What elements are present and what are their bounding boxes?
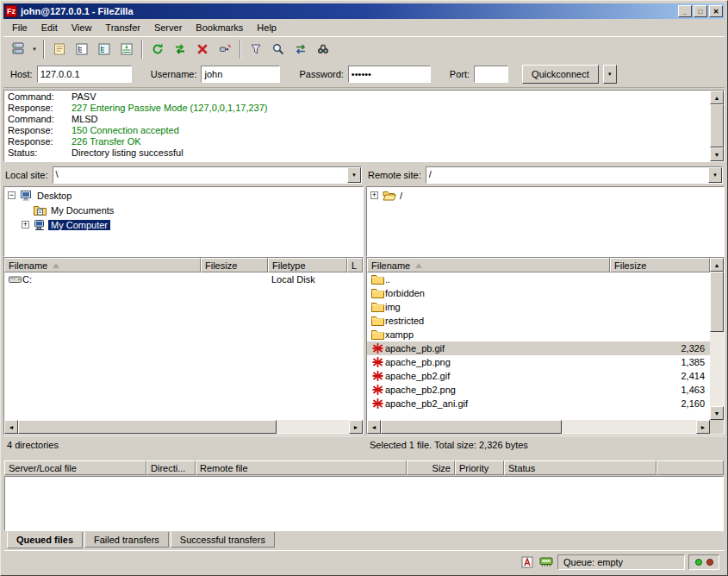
column-header-directi-[interactable]: Directi... bbox=[146, 460, 196, 475]
remote-hscroll-thumb[interactable] bbox=[381, 420, 562, 434]
site-manager-dropdown-icon[interactable]: ▼ bbox=[29, 39, 40, 59]
toggle-remote-tree-button[interactable] bbox=[94, 39, 115, 59]
encryption-icon[interactable] bbox=[538, 554, 554, 570]
column-header-filetype[interactable]: Filetype bbox=[268, 258, 347, 272]
title-bar[interactable]: Fz john@127.0.0.1 - FileZilla _ □ ✕ bbox=[3, 3, 725, 19]
column-header-remote-file[interactable]: Remote file bbox=[196, 460, 407, 475]
site-manager-button[interactable] bbox=[8, 39, 28, 59]
tree-expander-plus-icon[interactable]: + bbox=[370, 191, 378, 199]
quickconnect-dropdown[interactable]: ▼ bbox=[603, 65, 617, 84]
remote-site-dropdown-icon[interactable]: ▼ bbox=[708, 167, 722, 183]
data-type-icon[interactable] bbox=[520, 554, 535, 570]
local-tree-item[interactable]: My Documents bbox=[4, 203, 363, 217]
local-tree-item[interactable]: +My Computer bbox=[4, 217, 363, 232]
remote-file-row[interactable]: apache_pb.png1,385 bbox=[367, 355, 710, 369]
remote-site-combo[interactable]: / ▼ bbox=[426, 166, 723, 184]
remote-file-row[interactable]: xampp bbox=[367, 328, 710, 341]
remote-file-row[interactable]: restricted bbox=[367, 314, 710, 328]
cancel-button[interactable] bbox=[192, 39, 213, 59]
menu-transfer[interactable]: Transfer bbox=[98, 21, 147, 34]
queue-splitter[interactable] bbox=[3, 454, 725, 460]
local-hscrollbar[interactable]: ◄ ► bbox=[4, 420, 363, 434]
transfer-queue-list[interactable] bbox=[4, 476, 724, 531]
file-name-cell: img bbox=[367, 300, 610, 314]
column-header-status[interactable]: Status bbox=[504, 460, 656, 475]
scroll-left-icon[interactable]: ◄ bbox=[4, 420, 18, 434]
toggle-transfer-queue-button[interactable] bbox=[116, 39, 137, 59]
menu-edit[interactable]: Edit bbox=[34, 21, 65, 34]
process-queue-button[interactable] bbox=[170, 39, 190, 59]
scroll-up-icon[interactable]: ▲ bbox=[710, 91, 724, 104]
port-label: Port: bbox=[450, 69, 470, 79]
column-header-priority[interactable]: Priority bbox=[455, 460, 504, 475]
file-size bbox=[610, 328, 710, 341]
log-vscrollbar[interactable]: ▲ ▼ bbox=[710, 91, 724, 161]
file-name-cell: C: bbox=[4, 272, 201, 286]
remote-hscroll-track[interactable] bbox=[381, 420, 696, 434]
menu-server[interactable]: Server bbox=[147, 21, 189, 34]
column-header-filesize[interactable]: Filesize bbox=[610, 258, 710, 272]
remote-file-row[interactable]: apache_pb.gif2,326 bbox=[367, 341, 710, 355]
toggle-local-tree-button[interactable] bbox=[72, 39, 92, 59]
log-vscroll-track[interactable] bbox=[710, 104, 724, 147]
remote-tree-item[interactable]: +/ bbox=[367, 188, 724, 203]
menu-help[interactable]: Help bbox=[250, 21, 283, 34]
local-hscroll-thumb[interactable] bbox=[18, 420, 277, 434]
remote-vscroll-track[interactable] bbox=[710, 272, 724, 406]
remote-file-row[interactable]: apache_pb2.png1,463 bbox=[367, 383, 710, 397]
menu-view[interactable]: View bbox=[65, 21, 99, 34]
password-input[interactable] bbox=[348, 66, 431, 83]
remote-file-row[interactable]: forbidden bbox=[367, 286, 710, 300]
column-header-l[interactable]: L bbox=[347, 258, 363, 272]
column-header-filename[interactable]: Filename bbox=[4, 258, 201, 272]
quickconnect-button[interactable]: Quickconnect bbox=[522, 65, 599, 84]
remote-file-row[interactable]: img bbox=[367, 300, 710, 314]
column-header-size[interactable]: Size bbox=[407, 460, 455, 475]
minimize-button[interactable]: _ bbox=[678, 5, 692, 17]
close-button[interactable]: ✕ bbox=[709, 5, 723, 17]
remote-file-row[interactable]: apache_pb2_ani.gif2,160 bbox=[367, 397, 710, 410]
log-vscroll-thumb[interactable] bbox=[710, 104, 724, 147]
disconnect-button[interactable] bbox=[215, 39, 235, 59]
filter-button[interactable] bbox=[246, 39, 266, 59]
sync-browsing-button[interactable] bbox=[290, 39, 311, 59]
scroll-right-icon[interactable]: ► bbox=[696, 420, 710, 434]
remote-vscrollbar[interactable]: ▲ ▼ bbox=[710, 258, 724, 420]
column-header-filename[interactable]: Filename bbox=[367, 258, 610, 272]
local-site-value[interactable]: \ bbox=[53, 167, 347, 183]
port-input[interactable] bbox=[474, 66, 508, 83]
scroll-left-icon[interactable]: ◄ bbox=[367, 420, 381, 434]
remote-site-value[interactable]: / bbox=[426, 167, 708, 183]
scroll-up-icon[interactable]: ▲ bbox=[710, 258, 724, 272]
remote-file-row[interactable]: apache_pb2.gif2,414 bbox=[367, 369, 710, 383]
local-site-combo[interactable]: \ ▼ bbox=[53, 166, 362, 184]
host-input[interactable] bbox=[37, 66, 132, 83]
local-tree-item[interactable]: −Desktop bbox=[4, 188, 363, 203]
local-hscroll-track[interactable] bbox=[18, 420, 349, 434]
tab-queued-files[interactable]: Queued files bbox=[7, 532, 83, 548]
refresh-button[interactable] bbox=[147, 39, 168, 59]
compare-button[interactable] bbox=[268, 39, 289, 59]
remote-file-list-box: FilenameFilesize ▲ ▼ ..forbiddenimgrestr… bbox=[366, 257, 725, 435]
scroll-down-icon[interactable]: ▼ bbox=[710, 147, 724, 161]
file-size: 2,160 bbox=[610, 397, 710, 410]
tab-failed-transfers[interactable]: Failed transfers bbox=[84, 532, 169, 548]
remote-file-row[interactable]: .. bbox=[367, 272, 710, 286]
local-file-row[interactable]: C:Local Disk bbox=[4, 272, 363, 286]
column-header-server-local-file[interactable]: Server/Local file bbox=[4, 460, 146, 475]
toggle-message-log-button[interactable] bbox=[49, 39, 70, 59]
find-files-button[interactable] bbox=[313, 39, 333, 59]
maximize-button[interactable]: □ bbox=[694, 5, 707, 17]
remote-hscrollbar[interactable]: ◄ ► bbox=[367, 420, 710, 434]
username-input[interactable] bbox=[201, 66, 280, 83]
tab-successful-transfers[interactable]: Successful transfers bbox=[171, 532, 275, 548]
menu-file[interactable]: File bbox=[5, 21, 34, 34]
menu-bookmarks[interactable]: Bookmarks bbox=[189, 21, 250, 34]
scroll-right-icon[interactable]: ► bbox=[349, 420, 363, 434]
column-header-filesize[interactable]: Filesize bbox=[201, 258, 268, 272]
local-site-dropdown-icon[interactable]: ▼ bbox=[347, 167, 361, 183]
scroll-down-icon[interactable]: ▼ bbox=[710, 406, 724, 420]
remote-vscroll-thumb[interactable] bbox=[710, 272, 724, 332]
tree-expander-minus-icon[interactable]: − bbox=[8, 191, 16, 199]
tree-expander-plus-icon[interactable]: + bbox=[22, 221, 29, 229]
